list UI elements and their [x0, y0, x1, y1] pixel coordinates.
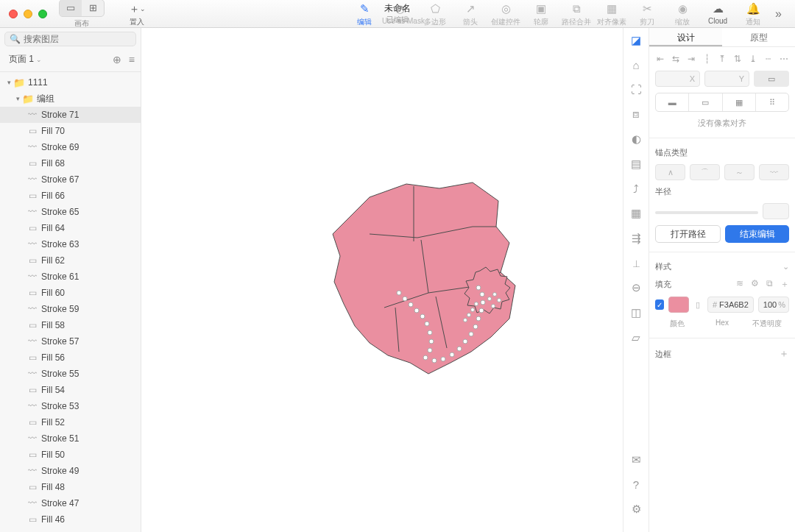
add-border-button[interactable]: ＋ [779, 347, 789, 361]
tab-prototype[interactable]: 原型 [722, 28, 795, 46]
toolbar-cloud-button[interactable]: ☁Cloud [700, 1, 735, 25]
layer-list[interactable]: ▾ 📁 1111 ▾ 📁 编组 〰Stroke 71▭Fill 70〰Strok… [0, 72, 141, 532]
toolbar-scissor-button[interactable]: ✂剪刀 [629, 1, 665, 27]
align-hcenter-icon[interactable]: ⇆ [671, 53, 682, 65]
add-page-button[interactable]: ⊕ [113, 54, 121, 65]
help-icon[interactable]: ? [633, 478, 639, 491]
distribute-h-icon[interactable]: ┆ [702, 53, 713, 65]
align-more-icon[interactable]: ⋯ [778, 53, 789, 65]
anchor-mirror-icon[interactable]: ⌒ [690, 164, 720, 180]
align-left-icon[interactable]: ⇤ [655, 53, 666, 65]
disclosure-triangle-icon[interactable]: ▾ [13, 95, 22, 102]
fill-settings-icon[interactable]: ⚙ [751, 278, 759, 291]
display-mode-segment[interactable]: ▬ ▭ ▦ ⠿ [655, 93, 789, 112]
toolbar-widget-button[interactable]: ◎创建控件 [488, 1, 523, 27]
bookmark-icon[interactable]: ▱ [632, 331, 640, 344]
distribute-v-icon[interactable]: ┄ [763, 53, 774, 65]
toolbar-arrow-button[interactable]: ↗箭头 [453, 1, 488, 27]
layer-row[interactable]: 〰Stroke 55 [0, 366, 141, 382]
add-fill-button[interactable]: ＋ [780, 278, 789, 291]
toolbar-pixel-button[interactable]: ▦对齐像素 [594, 1, 629, 27]
anchor-type-segment[interactable]: ∧ ⌒ ～ 〰 [655, 164, 789, 180]
fill-copy-icon[interactable]: ⧉ [766, 278, 773, 291]
layer-row[interactable]: ▭Fill 54 [0, 382, 141, 398]
anchor-disconnect-icon[interactable]: 〰 [759, 164, 789, 180]
layer-row[interactable]: 〰Stroke 57 [0, 333, 141, 350]
layer-row[interactable]: ▭Fill 68 [0, 155, 141, 171]
layer-row[interactable]: ▭Fill 62 [0, 252, 141, 269]
layer-row[interactable]: 〰Stroke 51 [0, 430, 141, 447]
toolbar-pathop-button[interactable]: ⧉路径合并 [559, 1, 594, 27]
page-menu-button[interactable]: ≡ [129, 54, 135, 65]
inspector-tab-icon[interactable]: ◪ [631, 34, 641, 47]
align-vcenter-icon[interactable]: ⇅ [732, 53, 743, 65]
layer-row[interactable]: 〰Stroke 59 [0, 301, 141, 317]
layer-search[interactable]: 🔍 [4, 32, 136, 46]
canvas[interactable] [141, 28, 623, 532]
toolbar-zoom-button[interactable]: ◉缩放 [665, 1, 700, 27]
layer-row[interactable]: ▭Fill 64 [0, 220, 141, 236]
layer-row[interactable]: 〰Stroke 61 [0, 269, 141, 285]
toolbar-notify-button[interactable]: 🔔通知 [735, 1, 771, 27]
canvas-view-icon[interactable]: ▭ [60, 0, 82, 16]
fill-enabled-checkbox[interactable]: ✓ [655, 299, 664, 310]
unit-toggle[interactable]: ▭ [754, 71, 789, 87]
image-icon[interactable]: ▤ [631, 157, 641, 171]
layer-row[interactable]: 〰Stroke 71 [0, 107, 141, 123]
grid-view-icon[interactable]: ⊞ [82, 0, 104, 16]
close-window-button[interactable] [9, 10, 18, 18]
layer-row[interactable]: 〰Stroke 63 [0, 236, 141, 252]
ruler-icon[interactable]: ⟂ [633, 257, 640, 269]
search-input[interactable] [24, 34, 131, 44]
grid-icon[interactable]: ▦ [631, 207, 641, 220]
layer-row[interactable]: 〰Stroke 67 [0, 171, 141, 188]
puzzle-icon[interactable]: ⛶ [631, 83, 642, 96]
layer-row[interactable]: 〰Stroke 49 [0, 463, 141, 479]
align-top-icon[interactable]: ⤒ [717, 53, 728, 65]
shape-icon[interactable]: ◫ [631, 306, 641, 319]
minus-icon[interactable]: ⊖ [632, 281, 641, 294]
layer-row[interactable]: 〰Stroke 47 [0, 495, 141, 511]
upload-icon[interactable]: ⤴ [633, 182, 639, 195]
layer-row[interactable]: ▭Fill 70 [0, 123, 141, 139]
layer-folder-group[interactable]: ▾ 📁 编组 [0, 91, 141, 107]
layer-row[interactable]: ▭Fill 50 [0, 447, 141, 463]
flow-icon[interactable]: ⇶ [632, 232, 641, 245]
fill-mode-icon[interactable]: ▯ [693, 300, 703, 310]
open-path-button[interactable]: 打开路径 [655, 225, 721, 243]
maximize-window-button[interactable] [38, 10, 47, 18]
toolbar-outline-button[interactable]: ▣轮廓 [523, 1, 559, 27]
anchor-straight-icon[interactable]: ∧ [655, 164, 685, 180]
view-mode-segment[interactable]: ▭ ⊞ [59, 0, 105, 17]
toolbar-polygon-button[interactable]: ⬠多边形 [417, 1, 453, 27]
chevron-down-icon[interactable]: ⌄ [782, 262, 789, 272]
layer-row[interactable]: 〰Stroke 69 [0, 139, 141, 155]
palette-icon[interactable]: ◐ [632, 132, 641, 146]
fill-color-swatch[interactable] [668, 297, 689, 313]
anchor-asym-icon[interactable]: ～ [724, 164, 755, 180]
layer-row[interactable]: ▭Fill 56 [0, 350, 141, 366]
layer-row[interactable]: ▭Fill 66 [0, 188, 141, 204]
mail-icon[interactable]: ✉ [632, 453, 641, 467]
fill-layers-icon[interactable]: ≋ [736, 278, 743, 291]
layer-row[interactable]: ▭Fill 60 [0, 285, 141, 301]
layer-row[interactable]: 〰Stroke 65 [0, 204, 141, 220]
disclosure-triangle-icon[interactable]: ▾ [4, 79, 13, 86]
minimize-window-button[interactable] [24, 10, 32, 18]
layer-row[interactable]: ▭Fill 48 [0, 479, 141, 495]
toolbar-insert-button[interactable]: ＋ ⌄置入 [119, 1, 155, 27]
camera-icon[interactable]: ⧈ [632, 107, 640, 121]
layer-row[interactable]: ▭Fill 58 [0, 317, 141, 333]
fill-hex-input[interactable]: #F3A6B2 [707, 297, 754, 313]
display-outline-icon[interactable]: ▭ [688, 93, 721, 111]
toolbar-mask-button[interactable]: ◔Use as Mask [382, 1, 417, 25]
x-input[interactable]: X [655, 71, 700, 87]
layer-row[interactable]: ▭Fill 52 [0, 414, 141, 430]
layer-row[interactable]: ▭Fill 46 [0, 511, 141, 528]
align-right-icon[interactable]: ⇥ [686, 53, 697, 65]
layer-folder-root[interactable]: ▾ 📁 1111 [0, 74, 141, 91]
display-dots-icon[interactable]: ⠿ [755, 93, 788, 111]
toolbar-edit-button[interactable]: ✎编辑 [347, 1, 382, 27]
settings-icon[interactable]: ⚙ [632, 503, 641, 516]
radius-input[interactable] [763, 203, 789, 219]
